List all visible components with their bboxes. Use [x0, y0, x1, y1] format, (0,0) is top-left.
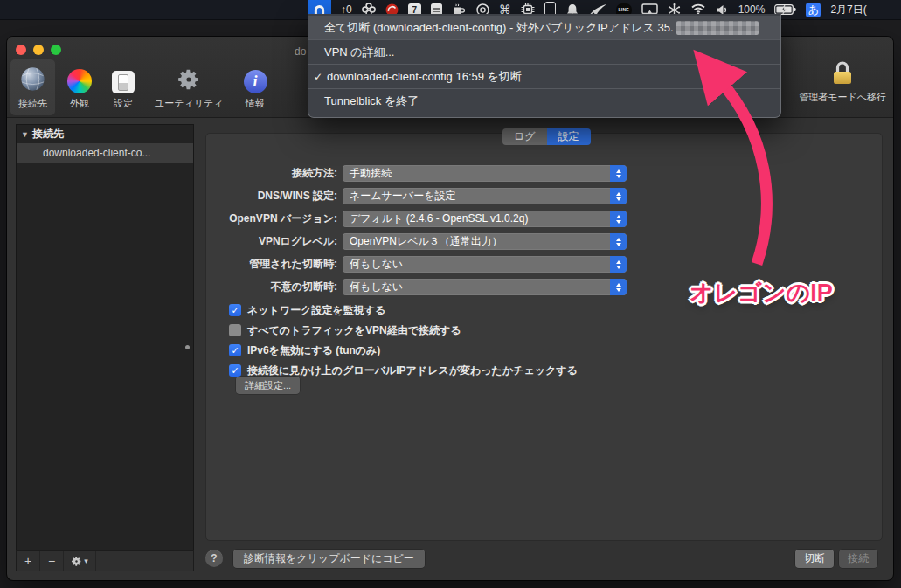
tab-settings[interactable]: 設定: [547, 128, 591, 145]
input-method-icon[interactable]: あ: [806, 3, 821, 17]
menubar-clock[interactable]: 2月7日(: [830, 3, 866, 17]
sidebar-item-downloaded-client-config[interactable]: downloaded-client-co...: [17, 143, 193, 163]
field-label: VPNログレベル:: [217, 234, 337, 249]
toolbar-item-label: 接続先: [18, 97, 47, 110]
stepper-icon: [610, 188, 627, 204]
sidebar-group-label: 接続先: [32, 127, 64, 142]
checkmark-icon: ✓: [314, 71, 327, 83]
select-value: 何もしない: [350, 257, 403, 272]
menu-item-label: VPN の詳細...: [324, 45, 394, 60]
log-settings-segmented-control: ログ 設定: [502, 128, 591, 145]
dns-wins-select[interactable]: ネームサーバーを設定: [343, 188, 627, 204]
settings-form: 接続方法: 手動接続 DNS/WINS 設定: ネームサーバーを設定 OpenV…: [217, 165, 627, 301]
unexpected-disconnect-select[interactable]: 何もしない: [343, 279, 627, 295]
check-ip-change-checkbox[interactable]: ✓: [229, 364, 241, 377]
help-button[interactable]: ?: [205, 550, 223, 567]
select-value: ネームサーバーを設定: [350, 189, 455, 204]
disclosure-triangle-icon[interactable]: ▼: [21, 130, 29, 139]
tab-log[interactable]: ログ: [502, 128, 547, 145]
tunnelblick-status-menu: 全て切断 (downloaded-client-config) - 対外パブリッ…: [308, 14, 781, 118]
connect-method-select[interactable]: 手動接続: [343, 165, 627, 182]
menu-item-label: 全て切断 (downloaded-client-config) - 対外パブリッ…: [324, 20, 674, 36]
toolbar-appearance-button[interactable]: 外観: [59, 59, 100, 115]
route-all-traffic-checkbox[interactable]: [229, 324, 241, 336]
menu-item-quit-tunnelblick[interactable]: Tunnelblick を終了: [308, 89, 780, 113]
window-title: do: [295, 45, 306, 58]
traffic-lights: [16, 45, 61, 55]
tunnelblick-window: do 接続先: [7, 37, 893, 580]
field-label: 管理された切断時:: [217, 257, 337, 272]
configuration-actions-button[interactable]: ▾: [64, 551, 96, 571]
remove-configuration-button[interactable]: −: [40, 551, 64, 571]
annotation-oregon-ip-label: オレゴンのIP: [690, 277, 833, 308]
stepper-icon: [610, 233, 627, 250]
menu-item-vpn-details[interactable]: VPN の詳細...: [308, 40, 780, 64]
form-row: DNS/WINS 設定: ネームサーバーを設定: [217, 188, 627, 204]
disable-ipv6-checkbox[interactable]: ✓: [229, 344, 241, 356]
sidebar-footer-spacer: [96, 551, 193, 571]
toolbar-info-button[interactable]: i 情報: [236, 59, 275, 115]
select-value: OpenVPNレベル３（通常出力）: [350, 234, 502, 249]
settings-checkboxes: ✓ ネットワーク設定を監視する すべてのトラフィックをVPN経由で接続する ✓ …: [229, 304, 578, 384]
globe-icon: [20, 66, 45, 93]
zoom-window-button[interactable]: [51, 45, 61, 55]
vpn-log-level-select[interactable]: OpenVPNレベル３（通常出力）: [343, 233, 627, 250]
stepper-icon: [610, 165, 627, 182]
checkbox-row: ✓ ネットワーク設定を監視する: [229, 304, 578, 316]
monitor-network-checkbox[interactable]: ✓: [229, 304, 241, 316]
managed-disconnect-select[interactable]: 何もしない: [343, 256, 627, 273]
menu-item-disconnect-config[interactable]: ✓ downloaded-client-config 16:59 を切断: [308, 65, 780, 88]
gear-caret-icon: ▾: [84, 557, 88, 565]
connection-name-label: downloaded-client-co...: [43, 147, 150, 159]
field-label: 不意の切断時:: [217, 280, 337, 294]
info-icon: i: [244, 70, 267, 93]
redacted-ip-address: [676, 21, 759, 35]
select-value: 手動接続: [350, 166, 392, 181]
admin-mode-button[interactable]: 管理者モードへ移行: [799, 59, 886, 104]
admin-mode-label: 管理者モードへ移行: [799, 91, 886, 104]
stepper-icon: [610, 256, 627, 273]
checkbox-label: ネットワーク設定を監視する: [247, 303, 385, 318]
menu-item-label: downloaded-client-config 16:59 を切断: [327, 69, 522, 85]
form-row: 不意の切断時: 何もしない: [217, 279, 627, 295]
select-value: 何もしない: [350, 280, 403, 294]
stepper-icon: [610, 279, 627, 295]
add-configuration-button[interactable]: +: [17, 551, 40, 571]
checkbox-label: 接続後に見かけ上のグローバルIPアドレスが変わったかチェックする: [247, 363, 578, 378]
advanced-settings-button[interactable]: 詳細設定...: [236, 377, 300, 394]
toolbar-item-label: 外観: [70, 97, 89, 110]
form-row: 接続方法: 手動接続: [217, 165, 627, 182]
color-wheel-icon: [67, 69, 92, 93]
padlock-icon: [830, 59, 855, 89]
checkbox-row: すべてのトラフィックをVPN経由で接続する: [229, 324, 578, 336]
form-row: OpenVPN バージョン: デフォルト (2.4.6 - OpenSSL v1…: [217, 211, 627, 227]
field-label: 接続方法:: [217, 166, 337, 181]
toolbar-item-label: 情報: [246, 97, 265, 110]
sidebar-footer-bar: + − ▾: [16, 550, 194, 571]
sidebar-scrollbar-thumb[interactable]: [185, 345, 190, 349]
sidebar-group-header[interactable]: ▼ 接続先: [17, 125, 193, 143]
toolbar-utilities-button[interactable]: ユーティリティ: [147, 59, 232, 115]
toolbar-connections-button[interactable]: 接続先: [10, 59, 55, 115]
copy-diagnostics-button[interactable]: 診断情報をクリップボードにコピー: [233, 550, 425, 568]
disconnect-button[interactable]: 切断: [795, 550, 834, 568]
select-value: デフォルト (2.4.6 - OpenSSL v1.0.2q): [350, 211, 528, 226]
checkbox-row: ✓ 接続後に見かけ上のグローバルIPアドレスが変わったかチェックする: [229, 364, 578, 377]
openvpn-version-select[interactable]: デフォルト (2.4.6 - OpenSSL v1.0.2q): [343, 211, 627, 227]
toolbar-item-label: 設定: [114, 97, 133, 110]
gear-icon: [177, 67, 201, 93]
stepper-icon: [610, 211, 627, 227]
menu-item-disconnect-all[interactable]: 全て切断 (downloaded-client-config) - 対外パブリッ…: [308, 16, 780, 39]
menu-item-label: Tunnelblick を終了: [324, 93, 419, 109]
toolbar-preferences-button[interactable]: 設定: [104, 59, 142, 115]
checkbox-label: すべてのトラフィックをVPN経由で接続する: [247, 323, 461, 338]
field-label: OpenVPN バージョン:: [217, 211, 337, 226]
minimize-window-button[interactable]: [33, 45, 44, 55]
field-label: DNS/WINS 設定:: [217, 189, 337, 204]
connect-button[interactable]: 接続: [839, 550, 877, 568]
checkbox-label: IPv6を無効にする (tunのみ): [247, 343, 380, 358]
window-toolbar: 接続先 外観 設定 ユーティリティ: [10, 59, 275, 115]
form-row: 管理された切断時: 何もしない: [217, 256, 627, 273]
switch-icon: [112, 71, 135, 93]
close-window-button[interactable]: [16, 45, 26, 55]
